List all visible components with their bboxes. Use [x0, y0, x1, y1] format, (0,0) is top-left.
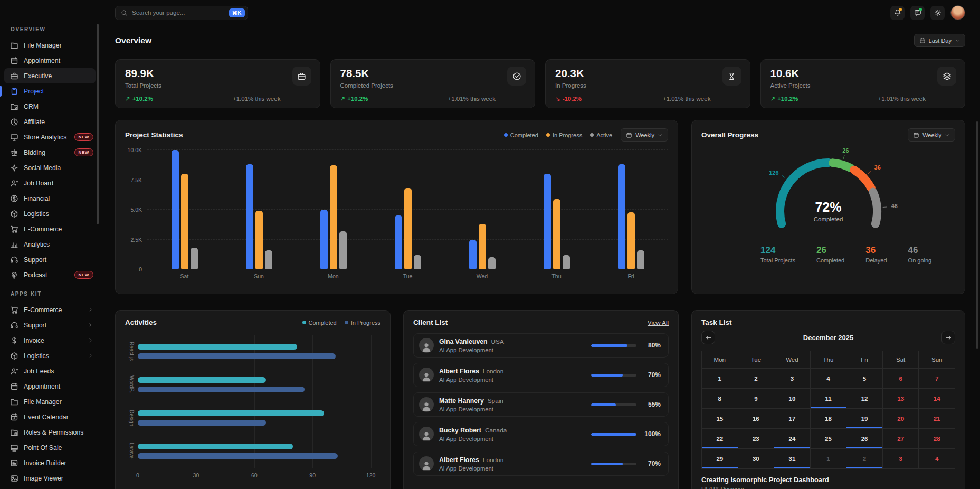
date-range-selector[interactable]: Last Day [914, 34, 965, 47]
sidebar-item-invoice-builder[interactable]: Invoice Builder [0, 455, 100, 471]
calendar-day-4[interactable]: 4 [811, 369, 846, 388]
calendar-day-19[interactable]: 19 [846, 409, 882, 428]
calendar-day-31[interactable]: 31 [774, 449, 810, 468]
sidebar-item-support[interactable]: Support [0, 317, 100, 333]
calendar-day-15[interactable]: 15 [702, 409, 738, 428]
calendar-day-9[interactable]: 9 [738, 389, 774, 408]
calendar-day-23[interactable]: 23 [738, 429, 774, 448]
calendar-day-26[interactable]: 26 [846, 429, 882, 448]
sidebar-item-podcast[interactable]: PodcastNEW [0, 267, 100, 283]
bar-in-progress[interactable] [138, 387, 305, 392]
calendar-day-25[interactable]: 25 [811, 429, 846, 448]
calendar-day-8[interactable]: 8 [702, 389, 738, 408]
sidebar-item-invoice[interactable]: Invoice [0, 333, 100, 348]
calendar-day-4[interactable]: 4 [919, 449, 955, 468]
sidebar-item-job-feeds[interactable]: Job Feeds [0, 363, 100, 379]
prev-month-button[interactable] [701, 331, 715, 344]
client-row[interactable]: Albert FloresLondonAI App Development70% [413, 363, 669, 387]
bar-active[interactable] [563, 255, 570, 269]
sidebar-item-social-media[interactable]: Social Media [0, 160, 100, 175]
bar-active[interactable] [191, 248, 198, 269]
calendar-day-2[interactable]: 2 [738, 369, 774, 388]
sidebar-item-bidding[interactable]: BiddingNEW [0, 145, 100, 160]
client-row[interactable]: Matte HannerySpainAI App Development55% [413, 392, 669, 417]
sidebar-item-point-of-sale[interactable]: Point Of Sale [0, 440, 100, 455]
sidebar-item-logistics[interactable]: Logistics [0, 206, 100, 221]
sidebar-item-financial[interactable]: Financial [0, 191, 100, 206]
bar-completed[interactable] [544, 174, 551, 269]
calendar-day-11[interactable]: 11 [811, 389, 846, 408]
sidebar-item-e-commerce[interactable]: E-Commerce [0, 302, 100, 317]
bar-completed[interactable] [138, 444, 293, 449]
bar-completed[interactable] [618, 164, 625, 269]
bar-in-progress[interactable] [181, 174, 188, 269]
calendar-day-18[interactable]: 18 [811, 409, 846, 428]
search-input[interactable] [132, 10, 225, 16]
bar-in-progress[interactable] [330, 165, 337, 269]
bar-completed[interactable] [320, 210, 328, 269]
overall-progress-range-selector[interactable]: Weekly [908, 128, 955, 142]
sidebar-item-appointment[interactable]: Appointment [0, 379, 100, 394]
settings-button[interactable] [930, 6, 945, 20]
sidebar-item-project[interactable]: Project [0, 83, 100, 99]
calendar-day-2[interactable]: 2 [846, 449, 882, 468]
user-avatar[interactable] [950, 5, 965, 20]
bar-in-progress[interactable] [255, 211, 263, 269]
calendar-day-1[interactable]: 1 [811, 449, 846, 468]
sidebar-item-e-commerce[interactable]: E-Commerce [0, 221, 100, 237]
search-bar[interactable]: ⌘K [115, 6, 248, 20]
bar-completed[interactable] [172, 150, 179, 269]
calendar-day-14[interactable]: 14 [919, 389, 955, 408]
calendar-day-20[interactable]: 20 [883, 409, 919, 428]
client-row[interactable]: Albert FloresLondonAI App Development70% [413, 452, 669, 476]
bar-completed[interactable] [246, 164, 253, 269]
bar-active[interactable] [339, 231, 347, 269]
bar-completed[interactable] [469, 240, 477, 270]
bar-completed[interactable] [138, 410, 324, 416]
bar-in-progress[interactable] [479, 224, 486, 269]
calendar-day-29[interactable]: 29 [702, 449, 738, 468]
bar-active[interactable] [414, 255, 421, 269]
bar-active[interactable] [637, 250, 644, 269]
bar-completed[interactable] [395, 215, 402, 269]
sidebar-item-roles-permissions[interactable]: Roles & Permissions [0, 425, 100, 440]
bar-in-progress[interactable] [138, 453, 338, 459]
bar-completed[interactable] [138, 344, 297, 350]
bar-active[interactable] [265, 250, 272, 269]
bar-in-progress[interactable] [553, 199, 560, 269]
calendar-day-13[interactable]: 13 [883, 389, 919, 408]
calendar-day-10[interactable]: 10 [774, 389, 810, 408]
sidebar-item-file-manager[interactable]: File Manager [0, 394, 100, 409]
calendar-day-30[interactable]: 30 [738, 449, 774, 468]
sidebar-item-store-analytics[interactable]: Store AnalyticsNEW [0, 129, 100, 145]
next-month-button[interactable] [941, 331, 955, 344]
sidebar-item-event-calendar[interactable]: Event Calendar [0, 409, 100, 425]
bar-in-progress[interactable] [138, 420, 266, 426]
calendar-day-28[interactable]: 28 [919, 429, 955, 448]
sidebar-item-support[interactable]: Support [0, 252, 100, 267]
page-scrollbar[interactable] [976, 121, 978, 349]
calendar-day-3[interactable]: 3 [774, 369, 810, 388]
sidebar-item-analytics[interactable]: Analytics [0, 237, 100, 252]
calendar-day-7[interactable]: 7 [919, 369, 955, 388]
sidebar-item-appointment[interactable]: Appointment [0, 53, 100, 68]
calendar-day-17[interactable]: 17 [774, 409, 810, 428]
calendar-day-5[interactable]: 5 [846, 369, 882, 388]
bar-active[interactable] [488, 257, 496, 269]
calendar-day-12[interactable]: 12 [846, 389, 882, 408]
bar-in-progress[interactable] [404, 188, 412, 269]
calendar-day-27[interactable]: 27 [883, 429, 919, 448]
sidebar-item-affiliate[interactable]: Affiliate [0, 114, 100, 129]
messages-button[interactable] [910, 6, 925, 20]
bar-in-progress[interactable] [138, 353, 336, 359]
calendar-day-6[interactable]: 6 [883, 369, 919, 388]
sidebar-item-logistics[interactable]: Logistics [0, 348, 100, 363]
calendar-day-21[interactable]: 21 [919, 409, 955, 428]
sidebar-item-crm[interactable]: CRM [0, 99, 100, 114]
bar-completed[interactable] [138, 377, 266, 383]
calendar-day-1[interactable]: 1 [702, 369, 738, 388]
calendar-day-22[interactable]: 22 [702, 429, 738, 448]
sidebar-item-job-board[interactable]: Job Board [0, 175, 100, 191]
view-all-link[interactable]: View All [648, 319, 669, 326]
notifications-button[interactable] [890, 6, 905, 20]
